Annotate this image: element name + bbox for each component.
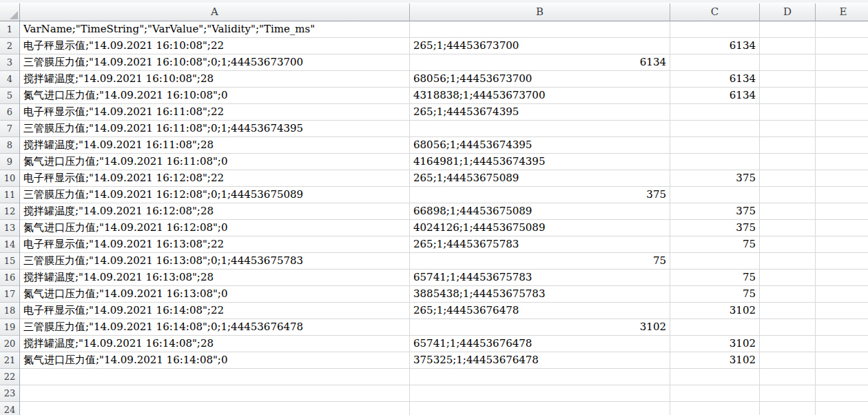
cell-E6[interactable] xyxy=(816,104,868,121)
cell-D24[interactable] xyxy=(760,402,816,415)
row-header-3[interactable]: 3 xyxy=(0,54,20,71)
cell-E20[interactable] xyxy=(816,336,868,352)
row-header-6[interactable]: 6 xyxy=(0,104,20,121)
cell-C15[interactable] xyxy=(670,253,760,270)
cell-C9[interactable] xyxy=(670,154,760,170)
cell-C12[interactable]: 375 xyxy=(670,203,760,220)
cell-A1[interactable]: VarName;"TimeString";"VarValue";"Validit… xyxy=(20,21,410,38)
cell-B5[interactable]: 4318838;1;44453673700 xyxy=(410,88,670,104)
cell-A2[interactable]: 电子秤显示值;"14.09.2021 16:10:08";22 xyxy=(20,38,410,54)
cell-B3[interactable]: 6134 xyxy=(410,54,670,71)
cell-A22[interactable] xyxy=(20,369,410,385)
cell-C13[interactable]: 375 xyxy=(670,220,760,236)
cell-D10[interactable] xyxy=(760,170,816,187)
cell-B1[interactable] xyxy=(410,21,670,38)
cell-A8[interactable]: 搅拌罐温度;"14.09.2021 16:11:08";28 xyxy=(20,137,410,154)
cell-B18[interactable]: 265;1;44453676478 xyxy=(410,303,670,319)
row-header-10[interactable]: 10 xyxy=(0,170,20,187)
cell-E3[interactable] xyxy=(816,54,868,71)
cell-C17[interactable]: 75 xyxy=(670,286,760,303)
row-header-4[interactable]: 4 xyxy=(0,71,20,88)
cell-A4[interactable]: 搅拌罐温度;"14.09.2021 16:10:08";28 xyxy=(20,71,410,88)
cell-A17[interactable]: 氮气进口压力值;"14.09.2021 16:13:08";0 xyxy=(20,286,410,303)
select-all-corner[interactable] xyxy=(0,3,20,21)
cell-D2[interactable] xyxy=(760,38,816,54)
row-header-24[interactable]: 24 xyxy=(0,402,20,415)
cell-B11[interactable]: 375 xyxy=(410,187,670,203)
cell-A14[interactable]: 电子秤显示值;"14.09.2021 16:13:08";22 xyxy=(20,236,410,253)
cell-B21[interactable]: 375325;1;44453676478 xyxy=(410,352,670,369)
cell-D4[interactable] xyxy=(760,71,816,88)
row-header-17[interactable]: 17 xyxy=(0,286,20,303)
cell-D3[interactable] xyxy=(760,54,816,71)
cell-A16[interactable]: 搅拌罐温度;"14.09.2021 16:13:08";28 xyxy=(20,270,410,286)
cell-A7[interactable]: 三管膜压力值;"14.09.2021 16:11:08";0;1;4445367… xyxy=(20,121,410,137)
cell-A24[interactable] xyxy=(20,402,410,415)
cell-D20[interactable] xyxy=(760,336,816,352)
row-header-13[interactable]: 13 xyxy=(0,220,20,236)
cell-E24[interactable] xyxy=(816,402,868,415)
cell-E17[interactable] xyxy=(816,286,868,303)
cell-E8[interactable] xyxy=(816,137,868,154)
cell-B9[interactable]: 4164981;1;44453674395 xyxy=(410,154,670,170)
column-header-E[interactable]: E xyxy=(816,3,868,21)
cell-B2[interactable]: 265;1;44453673700 xyxy=(410,38,670,54)
cell-A3[interactable]: 三管膜压力值;"14.09.2021 16:10:08";0;1;4445367… xyxy=(20,54,410,71)
cell-D16[interactable] xyxy=(760,270,816,286)
cell-A6[interactable]: 电子秤显示值;"14.09.2021 16:11:08";22 xyxy=(20,104,410,121)
cell-D12[interactable] xyxy=(760,203,816,220)
cell-A21[interactable]: 氮气进口压力值;"14.09.2021 16:14:08";0 xyxy=(20,352,410,369)
row-header-18[interactable]: 18 xyxy=(0,303,20,319)
cell-E14[interactable] xyxy=(816,236,868,253)
cell-C3[interactable] xyxy=(670,54,760,71)
row-header-1[interactable]: 1 xyxy=(0,21,20,38)
cell-C7[interactable] xyxy=(670,121,760,137)
column-header-A[interactable]: A xyxy=(20,3,410,21)
cell-C10[interactable]: 375 xyxy=(670,170,760,187)
cell-D8[interactable] xyxy=(760,137,816,154)
row-header-12[interactable]: 12 xyxy=(0,203,20,220)
cell-E10[interactable] xyxy=(816,170,868,187)
cell-B6[interactable]: 265;1;44453674395 xyxy=(410,104,670,121)
cell-C19[interactable] xyxy=(670,319,760,336)
row-header-23[interactable]: 23 xyxy=(0,385,20,402)
cell-C23[interactable] xyxy=(670,385,760,402)
row-header-8[interactable]: 8 xyxy=(0,137,20,154)
cell-C20[interactable]: 3102 xyxy=(670,336,760,352)
row-header-22[interactable]: 22 xyxy=(0,369,20,385)
cell-D23[interactable] xyxy=(760,385,816,402)
cell-C14[interactable]: 75 xyxy=(670,236,760,253)
cell-E4[interactable] xyxy=(816,71,868,88)
column-header-B[interactable]: B xyxy=(410,3,670,21)
cell-A13[interactable]: 氮气进口压力值;"14.09.2021 16:12:08";0 xyxy=(20,220,410,236)
cell-E16[interactable] xyxy=(816,270,868,286)
cell-E11[interactable] xyxy=(816,187,868,203)
cell-B14[interactable]: 265;1;44453675783 xyxy=(410,236,670,253)
cell-D21[interactable] xyxy=(760,352,816,369)
cell-B23[interactable] xyxy=(410,385,670,402)
cell-B24[interactable] xyxy=(410,402,670,415)
cell-B12[interactable]: 66898;1;44453675089 xyxy=(410,203,670,220)
cell-A15[interactable]: 三管膜压力值;"14.09.2021 16:13:08";0;1;4445367… xyxy=(20,253,410,270)
cell-E19[interactable] xyxy=(816,319,868,336)
cell-C5[interactable]: 6134 xyxy=(670,88,760,104)
cell-D15[interactable] xyxy=(760,253,816,270)
cell-A11[interactable]: 三管膜压力值;"14.09.2021 16:12:08";0;1;4445367… xyxy=(20,187,410,203)
cell-C11[interactable] xyxy=(670,187,760,203)
cell-B7[interactable] xyxy=(410,121,670,137)
row-header-9[interactable]: 9 xyxy=(0,154,20,170)
cell-C21[interactable]: 3102 xyxy=(670,352,760,369)
cell-D17[interactable] xyxy=(760,286,816,303)
row-header-16[interactable]: 16 xyxy=(0,270,20,286)
cell-D1[interactable] xyxy=(760,21,816,38)
cell-C8[interactable] xyxy=(670,137,760,154)
cell-C6[interactable] xyxy=(670,104,760,121)
row-header-21[interactable]: 21 xyxy=(0,352,20,369)
cell-B22[interactable] xyxy=(410,369,670,385)
cell-E21[interactable] xyxy=(816,352,868,369)
cell-E13[interactable] xyxy=(816,220,868,236)
cell-E22[interactable] xyxy=(816,369,868,385)
column-header-D[interactable]: D xyxy=(760,3,816,21)
cell-C4[interactable]: 6134 xyxy=(670,71,760,88)
cell-D19[interactable] xyxy=(760,319,816,336)
